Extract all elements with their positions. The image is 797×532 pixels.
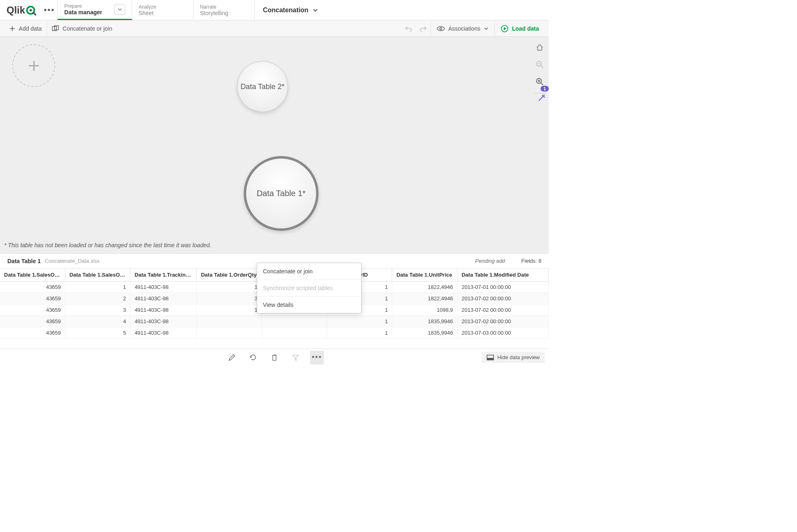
svg-point-1 [29,9,32,11]
associations-label: Associations [448,25,480,32]
associations-button[interactable]: Associations [431,20,494,36]
add-data-button[interactable]: Add data [4,20,47,36]
table-cell: 43659 [0,293,65,304]
table-cell: 1 [327,327,392,339]
concatenate-icon [52,25,59,32]
plus-icon [9,25,16,32]
refresh-icon [249,353,257,362]
nav-analyze-small: Analyze [139,4,186,10]
global-more-button[interactable]: ••• [41,0,58,20]
preview-file-name: Concatenate_Data.xlsx [45,258,99,264]
concatenate-label: Concatenate or join [63,25,112,32]
bubble-label: Data Table 1* [257,189,306,198]
redo-button[interactable] [416,20,431,36]
filter-icon [292,353,300,362]
logo: Qlik [0,0,41,20]
table-cell: 2013-07-02 00:00:00 [457,316,548,327]
svg-point-4 [437,27,445,31]
load-data-button[interactable]: Load data [494,20,545,36]
more-icon: ••• [312,353,322,362]
table-bubble-data-table-1[interactable]: Data Table 1* [244,156,319,231]
table-row[interactable]: 4365954911-403C-9811835,99462013-07-03 0… [0,327,549,339]
context-menu-item[interactable]: Concatenate or join [257,263,361,280]
home-button[interactable] [534,42,546,53]
table-cell: 4911-403C-98 [130,316,197,327]
table-cell: 2 [65,293,130,304]
chevron-down-icon [312,7,318,13]
context-menu-item[interactable]: View details [257,297,361,313]
table-cell [197,316,262,327]
hide-preview-label: Hide data preview [497,354,540,360]
play-circle-icon [501,25,509,33]
logo-text: Qlik [7,4,25,16]
nav-tab-narrate[interactable]: Narrate Storytelling [193,0,255,20]
preview-fields-count: Fields: 8 [521,258,541,264]
column-header[interactable]: Data Table 1.SalesOr… [0,268,65,282]
nav-narrate-small: Narrate [200,4,248,10]
table-cell [197,327,262,339]
nav-tab-prepare[interactable]: Prepare Data manager [58,0,132,20]
redo-icon [420,25,427,32]
table-cell: 5 [65,327,130,339]
nav-analyze-big: Sheet [139,10,186,16]
recommendations-badge: 1 [541,86,549,92]
chevron-down-icon [484,26,489,31]
svg-point-5 [440,27,442,29]
eye-icon [437,26,445,31]
column-header[interactable]: Data Table 1.UnitPrice [392,268,457,282]
table-cell: 1822,4946 [392,293,457,304]
table-cell: 43659 [0,327,65,339]
nav-tab-analyze[interactable]: Analyze Sheet [132,0,193,20]
table-cell: 4911-403C-98 [130,282,197,293]
undo-button[interactable] [401,20,416,36]
table-cell: 1835,9946 [392,316,457,327]
add-data-label: Add data [19,25,42,32]
table-cell: 3 [65,304,130,316]
preview-table-name: Data Table 1 [7,258,40,264]
trash-icon [271,353,278,362]
delete-table-button[interactable] [267,351,281,364]
hide-data-preview-button[interactable]: Hide data preview [482,352,545,363]
table-cell [262,327,327,339]
context-menu-item: Synchronize scripted tables [257,280,361,297]
app-title[interactable]: Concatenation [255,0,326,20]
table-cell: 1835,9946 [392,327,457,339]
magic-wand-icon [537,94,546,102]
nav-narrate-big: Storytelling [200,10,248,16]
associations-canvas[interactable]: Data Table 2* Data Table 1* * This table… [0,37,549,253]
add-table-bubble[interactable] [12,44,55,87]
column-header[interactable]: Data Table 1.Modified Date [457,268,548,282]
column-header[interactable]: Data Table 1.Tracking… [130,268,197,282]
plus-icon [28,60,40,72]
column-header[interactable]: Data Table 1.SalesOr… [65,268,130,282]
bubble-label: Data Table 2* [240,83,285,91]
table-cell: 1822,4946 [392,282,457,293]
reload-table-button[interactable] [246,351,260,364]
zoom-in-icon [536,78,544,86]
pencil-icon [228,353,236,362]
more-actions-button[interactable]: ••• [310,351,324,364]
table-cell: 2013-07-02 00:00:00 [457,304,548,316]
undo-icon [405,25,412,32]
recommendations-button[interactable] [537,94,546,102]
column-header[interactable]: Data Table 1.OrderQty [197,268,262,282]
table-cell: 1 [327,316,392,327]
chevron-down-icon [117,7,122,12]
table-cell: 1 [197,282,262,293]
edit-table-button[interactable] [225,351,239,364]
load-data-label: Load data [512,25,539,32]
table-bubble-data-table-2[interactable]: Data Table 2* [237,61,288,112]
table-cell: 43659 [0,304,65,316]
table-cell: 4911-403C-98 [130,304,197,316]
preview-pending-status: Pending add [475,258,505,264]
zoom-out-button[interactable] [534,59,546,70]
canvas-footnote: * This table has not been loaded or has … [4,242,211,248]
table-cell: 1098,9 [392,304,457,316]
concatenate-button[interactable]: Concatenate or join [47,20,117,36]
app-title-text: Concatenation [263,7,308,14]
logo-icon [26,5,36,16]
prepare-dropdown-button[interactable] [114,4,125,15]
table-cell: 4911-403C-98 [130,293,197,304]
table-row[interactable]: 4365944911-403C-9811835,99462013-07-02 0… [0,316,549,327]
table-cell: 43659 [0,282,65,293]
